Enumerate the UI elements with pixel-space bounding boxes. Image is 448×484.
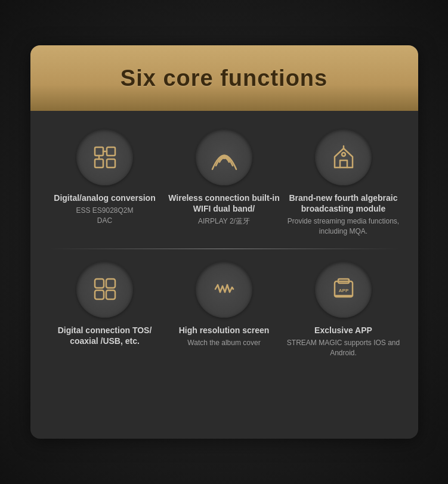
digital-icon — [90, 274, 120, 304]
svg-rect-10 — [95, 290, 104, 299]
features-top-grid: Digital/analog conversion ESS ES9028Q2MD… — [48, 129, 400, 237]
app-icon: APP — [329, 274, 359, 304]
app-title: Exclusive APP — [314, 325, 372, 336]
main-card: Six core functions — [30, 45, 418, 439]
app-icon-circle: APP — [315, 261, 372, 318]
wifi-icon-circle — [196, 129, 252, 185]
card-header: Six core functions — [30, 45, 418, 111]
wifi-title: Wireless connection built-in WIFI dual b… — [168, 193, 281, 214]
dac-title: Digital/analog conversion — [54, 193, 155, 203]
screen-icon — [209, 274, 239, 304]
feature-dac: Digital/analog conversion ESS ES9028Q2MD… — [48, 129, 162, 237]
screen-subtitle: Watch the album cover — [187, 338, 260, 348]
screen-icon-circle — [196, 261, 252, 318]
svg-rect-3 — [107, 159, 115, 167]
features-bottom-grid: Digital connection TOS/ coaxial /USB, et… — [48, 261, 400, 358]
broadcast-title: Brand-new fourth algebraic broadcasting … — [287, 193, 400, 214]
digital-icon-circle — [76, 261, 133, 318]
svg-rect-1 — [107, 147, 115, 156]
svg-rect-8 — [95, 279, 104, 288]
divider — [48, 249, 400, 249]
svg-rect-2 — [95, 159, 103, 167]
screen-title: High resolution screen — [179, 325, 270, 336]
broadcast-subtitle: Provide streaming media functions, inclu… — [287, 216, 400, 237]
feature-wifi: Wireless connection built-in WIFI dual b… — [168, 129, 281, 237]
svg-rect-11 — [106, 290, 115, 299]
outer-background: Six core functions — [0, 0, 448, 484]
dac-icon-circle — [76, 129, 133, 185]
feature-screen: High resolution screen Watch the album c… — [168, 261, 281, 358]
svg-rect-0 — [95, 147, 103, 156]
app-subtitle: STREAM MAGIC supports IOS and Android. — [287, 338, 400, 358]
wifi-icon — [209, 142, 239, 172]
wifi-subtitle: AIRPLAY 2/蓝牙 — [198, 216, 250, 227]
feature-broadcast: Brand-new fourth algebraic broadcasting … — [287, 129, 400, 237]
svg-rect-9 — [106, 279, 115, 288]
home-icon — [329, 142, 359, 172]
svg-point-7 — [342, 153, 345, 156]
feature-digital: Digital connection TOS/ coaxial /USB, et… — [48, 261, 162, 358]
home-icon-circle — [315, 129, 372, 185]
dac-icon — [90, 142, 120, 172]
feature-app: APP Exclusive APP STREAM MAGIC supports … — [287, 261, 400, 358]
svg-line-19 — [232, 287, 233, 289]
page-title: Six core functions — [121, 66, 327, 91]
digital-title: Digital connection TOS/ coaxial /USB, et… — [48, 325, 162, 346]
dac-subtitle: ESS ES9028Q2MDAC — [76, 206, 133, 226]
card-body: Digital/analog conversion ESS ES9028Q2MD… — [30, 111, 418, 370]
svg-text:APP: APP — [338, 288, 348, 293]
svg-line-17 — [227, 285, 230, 292]
